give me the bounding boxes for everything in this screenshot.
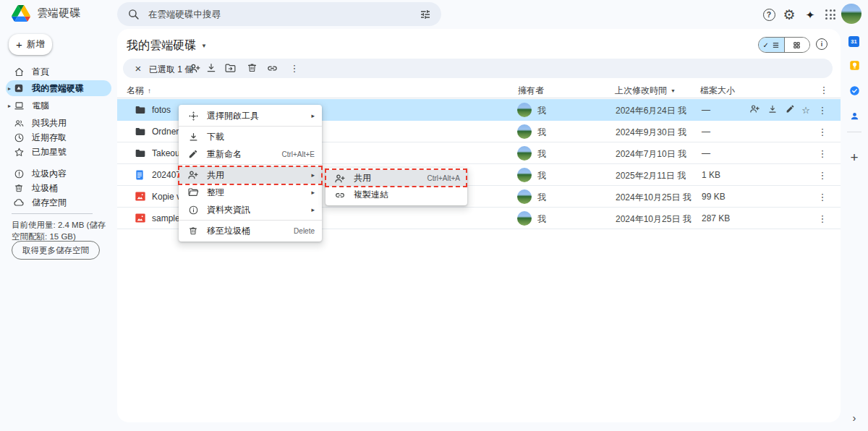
column-header-modified[interactable]: 上次修改時間 ▼ — [615, 85, 676, 97]
list-view-button[interactable]: ✓ — [759, 38, 784, 52]
download-icon — [187, 132, 199, 142]
account-avatar[interactable] — [841, 4, 861, 24]
settings-button[interactable]: ⚙ — [780, 5, 799, 24]
menu-item-organize[interactable]: 整理 ▸ — [179, 184, 322, 201]
grid-view-button[interactable] — [784, 38, 810, 52]
list-view-icon — [772, 41, 780, 49]
more-vertical-icon: ⋮ — [818, 170, 827, 181]
file-size: — — [702, 127, 710, 137]
google-apps-button[interactable] — [821, 5, 840, 24]
collapse-panel-button[interactable]: › — [848, 412, 860, 424]
row-more-button[interactable]: ⋮ — [816, 124, 829, 139]
sidebar-item-starred[interactable]: 已加星號 — [6, 144, 111, 160]
get-addons-button[interactable]: + — [848, 150, 860, 162]
trash-button[interactable] — [245, 62, 258, 75]
menu-divider — [179, 220, 322, 221]
menu-item-move-to-trash[interactable]: 移至垃圾桶 Delete — [179, 222, 322, 239]
sidebar-item-my-drive[interactable]: ▸ 我的雲端硬碟 — [6, 80, 111, 96]
submenu-arrow-icon: ▸ — [311, 112, 315, 119]
owner-avatar — [517, 168, 532, 182]
contacts-button[interactable] — [848, 111, 860, 122]
contacts-icon — [849, 111, 860, 121]
trash-icon — [13, 183, 25, 193]
search-input[interactable] — [148, 9, 420, 20]
tune-icon[interactable] — [420, 9, 431, 20]
drive-home-link[interactable]: 雲端硬碟 — [12, 5, 80, 22]
row-rename-button[interactable] — [783, 103, 796, 116]
more-vertical-icon: ⋮ — [818, 192, 827, 202]
column-header-size[interactable]: 檔案大小 — [700, 85, 735, 97]
row-download-button[interactable] — [766, 103, 779, 116]
google-drive-app: { "topbar": { "app_title": "雲端硬碟", "sear… — [0, 0, 868, 431]
row-more-button[interactable]: ⋮ — [816, 189, 829, 204]
calendar-button[interactable]: 31 — [848, 35, 860, 47]
menu-item-share[interactable]: 共用 ▸ — [179, 166, 322, 184]
menu-item-rename[interactable]: 重新命名 Ctrl+Alt+E — [179, 145, 322, 163]
sidebar-item-home[interactable]: 首頁 — [6, 64, 111, 80]
star-icon: ☆ — [801, 105, 810, 116]
sidebar-item-spam[interactable]: 垃圾內容 — [6, 166, 111, 182]
row-star-button[interactable]: ☆ — [799, 103, 812, 116]
menu-item-folder-info[interactable]: 資料夾資訊 ▸ — [179, 201, 322, 218]
gemini-button[interactable]: ✦ — [801, 5, 820, 24]
modified-date: 2024年9月30日 我 — [616, 127, 686, 139]
owner-label: 我 — [537, 127, 546, 139]
sidebar-item-storage[interactable]: 儲存空間 — [6, 195, 111, 210]
chevron-down-icon: ▼ — [671, 88, 676, 93]
sidebar-item-label: 垃圾內容 — [32, 168, 67, 180]
shortcut-label: Delete — [281, 227, 315, 235]
submenu-item-share[interactable]: 共用 Ctrl+Alt+A — [326, 170, 467, 187]
sidebar-item-computers[interactable]: ▸ 電腦 — [6, 98, 111, 114]
shortcut-label: Ctrl+Alt+A — [414, 174, 460, 182]
column-header-owner[interactable]: 擁有者 — [518, 85, 544, 97]
rail-divider — [847, 132, 861, 132]
folder-icon — [135, 126, 146, 137]
row-more-button[interactable]: ⋮ — [816, 211, 829, 226]
tasks-button[interactable] — [848, 85, 860, 97]
more-actions-button[interactable]: ⋮ — [288, 62, 301, 75]
search-bar[interactable] — [117, 2, 441, 26]
sidebar: + 新增 首頁 ▸ 我的雲端硬碟 ▸ 電腦 與我共用 近期存取 — [0, 29, 117, 431]
app-title: 雲端硬碟 — [37, 7, 80, 20]
link-icon — [334, 189, 346, 201]
new-button[interactable]: + 新增 — [9, 34, 52, 55]
selected-count: 已選取 1 個 — [149, 64, 193, 76]
get-more-storage-button[interactable]: 取得更多儲存空間 — [12, 241, 100, 260]
sidebar-item-label: 與我共用 — [32, 117, 67, 129]
menu-item-download[interactable]: 下載 — [179, 128, 322, 145]
details-info-button[interactable]: i — [816, 38, 827, 50]
sidebar-item-trash[interactable]: 垃圾桶 — [6, 180, 111, 196]
expand-caret-icon[interactable]: ▸ — [6, 85, 13, 92]
sidebar-item-recent[interactable]: 近期存取 — [6, 129, 111, 145]
help-button[interactable]: ? — [760, 5, 778, 24]
clear-selection-button[interactable]: × — [132, 61, 145, 74]
expand-caret-icon[interactable]: ▸ — [6, 103, 13, 109]
person-add-icon — [189, 62, 201, 74]
open-with-icon — [187, 111, 199, 121]
submenu-item-copy-link[interactable]: 複製連結 — [326, 187, 467, 203]
sidebar-item-label: 已加星號 — [32, 146, 67, 158]
file-size: 99 KB — [702, 192, 726, 202]
download-button[interactable] — [205, 62, 218, 75]
breadcrumb-my-drive[interactable]: 我的雲端硬碟 ▼ — [127, 38, 207, 54]
move-button[interactable] — [224, 62, 237, 75]
file-size: — — [702, 105, 710, 115]
copy-link-button[interactable] — [265, 62, 278, 75]
check-icon: ✓ — [763, 41, 769, 49]
row-more-button[interactable]: ⋮ — [816, 103, 829, 117]
more-vertical-icon: ⋮ — [818, 105, 827, 116]
keep-button[interactable] — [848, 60, 860, 72]
sidebar-item-label: 首頁 — [32, 66, 49, 78]
share-button[interactable] — [188, 62, 201, 75]
row-share-button[interactable] — [748, 103, 761, 116]
menu-item-open-with[interactable]: 選擇開啟工具 ▸ — [179, 107, 322, 124]
row-more-button[interactable]: ⋮ — [816, 146, 829, 161]
column-header-name[interactable]: 名稱 ↑ — [127, 85, 151, 97]
sidebar-item-label: 近期存取 — [32, 132, 67, 144]
shared-with-me-icon — [13, 118, 25, 129]
row-more-button[interactable]: ⋮ — [816, 168, 829, 182]
column-settings-button[interactable]: ⋮ — [817, 83, 830, 96]
rename-pencil-icon — [786, 104, 795, 114]
sidebar-item-shared-with-me[interactable]: 與我共用 — [6, 115, 111, 131]
keep-icon — [849, 60, 860, 71]
